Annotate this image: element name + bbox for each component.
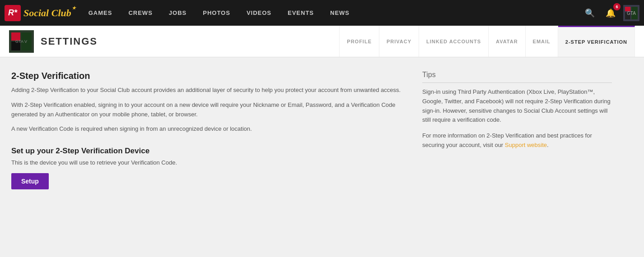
tab-2step-verification[interactable]: 2-STEP VERIFICATION <box>558 26 635 57</box>
settings-header: GTA V SETTINGS PROFILE PRIVACY LINKED AC… <box>0 26 644 57</box>
intro-para-3: A new Verification Code is required when… <box>11 124 404 134</box>
tips-para-2: For more information on 2-Step Verificat… <box>422 131 612 150</box>
tab-email[interactable]: EMAIL <box>526 26 558 57</box>
page-title: SETTINGS <box>41 36 98 47</box>
setup-section: Set up your 2-Step Verification Device T… <box>11 147 404 189</box>
nav-item-jobs[interactable]: JOBS <box>161 0 195 26</box>
notification-badge: 6 <box>613 3 621 10</box>
navbar: R* Social Club★ GAMES CREWS JOBS PHOTOS … <box>0 0 644 26</box>
nav-item-crews[interactable]: CREWS <box>120 0 160 26</box>
nav-item-events[interactable]: EVENTS <box>280 0 322 26</box>
game-thumbnail: GTA V <box>9 30 34 53</box>
tab-privacy[interactable]: PRIVACY <box>379 26 419 57</box>
tips-title: Tips <box>422 71 612 83</box>
brand-logo[interactable]: R* Social Club★ <box>5 5 71 21</box>
main-content: 2-Step Verification Adding 2-Step Verifi… <box>0 57 644 251</box>
tips-para-1: Sign-in using Third Party Authentication… <box>422 87 612 125</box>
nav-icons: 🔍 🔔 6 GTA <box>582 5 639 21</box>
tab-avatar[interactable]: AVATAR <box>489 26 526 57</box>
nav-item-news[interactable]: NEWS <box>322 0 358 26</box>
star-icon: ★ <box>72 5 76 10</box>
rockstar-icon: R* <box>5 5 21 21</box>
svg-text:GTA: GTA <box>627 11 636 16</box>
user-avatar[interactable]: GTA <box>623 5 639 21</box>
right-panel: Tips Sign-in using Third Party Authentic… <box>422 71 612 238</box>
left-panel: 2-Step Verification Adding 2-Step Verifi… <box>11 71 404 238</box>
intro-para-1: Adding 2-Step Verification to your Socia… <box>11 86 404 95</box>
tab-profile[interactable]: PROFILE <box>339 26 379 57</box>
setup-button[interactable]: Setup <box>11 173 49 189</box>
social-club-brand: Social Club★ <box>23 7 71 19</box>
settings-tabs: PROFILE PRIVACY LINKED ACCOUNTS AVATAR E… <box>339 26 635 57</box>
setup-title: Set up your 2-Step Verification Device <box>11 147 404 156</box>
nav-item-games[interactable]: GAMES <box>80 0 121 26</box>
setup-description: This is the device you will use to retri… <box>11 159 404 166</box>
nav-item-photos[interactable]: PHOTOS <box>195 0 238 26</box>
section-title: 2-Step Verification <box>11 71 404 81</box>
tab-linked-accounts[interactable]: LINKED ACCOUNTS <box>419 26 489 57</box>
support-website-link[interactable]: Support website <box>505 142 547 148</box>
search-icon[interactable]: 🔍 <box>582 5 598 21</box>
nav-item-videos[interactable]: VIDEOS <box>238 0 280 26</box>
intro-para-2: With 2-Step Verification enabled, signin… <box>11 101 404 119</box>
tips-para-2-suffix: . <box>547 142 549 148</box>
notification-bell[interactable]: 🔔 6 <box>602 5 619 21</box>
nav-links: GAMES CREWS JOBS PHOTOS VIDEOS EVENTS NE… <box>80 0 582 26</box>
svg-text:GTA V: GTA V <box>15 39 27 44</box>
